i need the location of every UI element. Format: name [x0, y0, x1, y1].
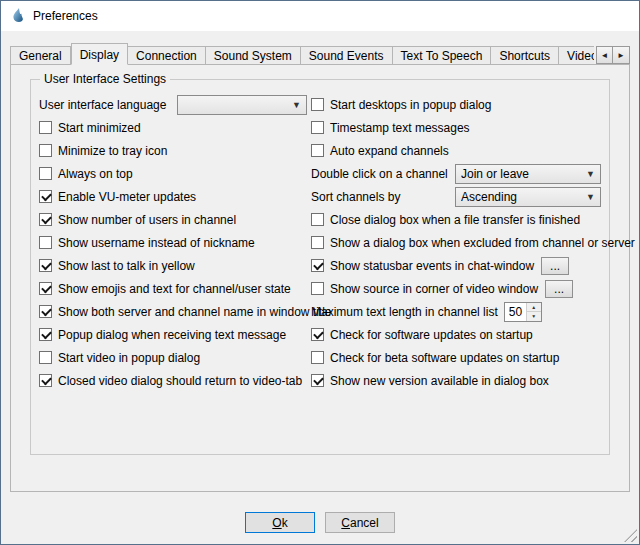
tab-connection[interactable]: Connection [128, 46, 206, 65]
checkbox[interactable] [311, 144, 324, 157]
checkbox[interactable] [311, 282, 324, 295]
tab-scroll-left-icon: ◄ [601, 51, 609, 60]
checkbox-server-channel-in-title[interactable]: Show both server and channel name in win… [39, 300, 311, 323]
ellipsis-label: ... [554, 285, 564, 293]
cancel-button-label: Cancel [334, 516, 386, 530]
checkbox[interactable] [311, 328, 324, 341]
tab-general[interactable]: General [10, 46, 71, 65]
checkbox[interactable] [39, 351, 52, 364]
checkbox-label: Show source in corner of video window [330, 282, 538, 296]
checkbox-label: Show last to talk in yellow [58, 259, 195, 273]
tab-scroll-right-icon: ► [617, 51, 625, 60]
checkbox-minimize-to-tray[interactable]: Minimize to tray icon [39, 139, 311, 162]
checkbox-always-on-top[interactable]: Always on top [39, 162, 311, 185]
checkbox[interactable] [39, 328, 52, 341]
checkbox[interactable] [39, 282, 52, 295]
tab-video[interactable]: Video [559, 46, 594, 65]
checkbox-label: Start video in popup dialog [58, 351, 200, 365]
checkbox-label: Start minimized [58, 121, 141, 135]
checkbox-closed-video-return[interactable]: Closed video dialog should return to vid… [39, 369, 311, 392]
statusbar-events-options-button[interactable]: ... [541, 257, 569, 275]
language-row: User interface language ▼ [39, 93, 311, 116]
checkbox[interactable] [39, 190, 52, 203]
max-text-length-spinner[interactable]: 50 ▲ ▼ [504, 302, 542, 322]
checkbox[interactable] [311, 374, 324, 387]
checkbox-label: Auto expand channels [330, 144, 449, 158]
checkbox-label: Timestamp text messages [330, 121, 470, 135]
checkbox[interactable] [39, 213, 52, 226]
sort-channels-combobox[interactable]: Ascending ▼ [455, 187, 601, 207]
checkbox-label: Closed video dialog should return to vid… [58, 374, 302, 388]
spinner-buttons: ▲ ▼ [526, 303, 541, 321]
checkbox-label: Show username instead of nickname [58, 236, 255, 250]
checkbox[interactable] [39, 305, 52, 318]
checkbox-dialog-when-excluded[interactable]: Show a dialog box when excluded from cha… [311, 231, 601, 254]
ok-button[interactable]: Ok [245, 512, 315, 533]
checkbox-label: Enable VU-meter updates [58, 190, 196, 204]
checkbox[interactable] [311, 236, 324, 249]
tab-sound-system[interactable]: Sound System [206, 46, 301, 65]
double-click-combobox[interactable]: Join or leave ▼ [455, 164, 601, 184]
checkbox[interactable] [39, 144, 52, 157]
checkbox[interactable] [39, 259, 52, 272]
checkbox-show-user-count[interactable]: Show number of users in channel [39, 208, 311, 231]
checkbox-last-to-talk-yellow[interactable]: Show last to talk in yellow [39, 254, 311, 277]
checkbox-timestamp-messages[interactable]: Timestamp text messages [311, 116, 601, 139]
double-click-row: Double click on a channel Join or leave … [311, 162, 601, 185]
max-text-length-row: Maximum text length in channel list 50 ▲… [311, 300, 601, 323]
titlebar[interactable]: Preferences [1, 1, 639, 31]
spin-down-button[interactable]: ▼ [527, 311, 541, 321]
checkbox-show-emojis[interactable]: Show emojis and text for channel/user st… [39, 277, 311, 300]
language-combobox[interactable]: ▼ [177, 95, 307, 115]
checkbox[interactable] [39, 236, 52, 249]
tab-scroll-left-button[interactable]: ◄ [596, 46, 613, 64]
checkbox-show-username[interactable]: Show username instead of nickname [39, 231, 311, 254]
checkbox[interactable] [39, 167, 52, 180]
checkbox[interactable] [311, 213, 324, 226]
checkbox-enable-vu-meter[interactable]: Enable VU-meter updates [39, 185, 311, 208]
checkbox-popup-on-text-message[interactable]: Popup dialog when receiving text message [39, 323, 311, 346]
checkbox-auto-expand-channels[interactable]: Auto expand channels [311, 139, 601, 162]
checkbox-label: Minimize to tray icon [58, 144, 167, 158]
checkbox[interactable] [311, 351, 324, 364]
spin-up-button[interactable]: ▲ [527, 303, 541, 312]
dialog-buttons: Ok Cancel [1, 512, 639, 533]
tab-sound-events[interactable]: Sound Events [301, 46, 393, 65]
dropdown-arrow-icon: ▼ [292, 100, 301, 110]
checkbox-show-new-version[interactable]: Show new version available in dialog box [311, 369, 601, 392]
video-source-row: Show source in corner of video window ..… [311, 277, 601, 300]
tab-display[interactable]: Display [71, 43, 128, 65]
checkbox-label: Show a dialog box when excluded from cha… [330, 236, 635, 250]
checkbox[interactable] [311, 121, 324, 134]
checkbox[interactable] [39, 374, 52, 387]
window-title: Preferences [33, 9, 98, 23]
checkbox-check-updates[interactable]: Check for software updates on startup [311, 323, 601, 346]
checkbox[interactable] [311, 259, 324, 272]
tab-shortcuts[interactable]: Shortcuts [491, 46, 559, 65]
checkbox[interactable] [311, 98, 324, 111]
double-click-value: Join or leave [461, 167, 582, 181]
checkbox-label: Show emojis and text for channel/user st… [58, 282, 291, 296]
group-title: User Interface Settings [40, 72, 170, 86]
tab-text-to-speech[interactable]: Text To Speech [393, 46, 492, 65]
settings-columns: User interface language ▼ Start minimize… [31, 80, 609, 392]
video-source-options-button[interactable]: ... [545, 280, 573, 298]
ellipsis-label: ... [550, 262, 560, 270]
checkbox-label: Popup dialog when receiving text message [58, 328, 286, 342]
checkbox-label: Show statusbar events in chat-window [330, 259, 534, 273]
dropdown-arrow-icon: ▼ [586, 169, 595, 179]
checkbox-check-beta-updates[interactable]: Check for beta software updates on start… [311, 346, 601, 369]
checkbox[interactable] [39, 121, 52, 134]
app-icon [10, 8, 26, 24]
checkbox-label: Always on top [58, 167, 133, 181]
tab-list: General Display Connection Sound System … [10, 43, 594, 65]
double-click-label: Double click on a channel [311, 167, 448, 181]
cancel-button[interactable]: Cancel [325, 512, 395, 533]
checkbox-start-desktops-popup[interactable]: Start desktops in popup dialog [311, 93, 601, 116]
max-text-length-input[interactable]: 50 [505, 303, 526, 321]
tab-scroll-right-button[interactable]: ► [613, 46, 630, 64]
checkbox-close-on-file-transfer[interactable]: Close dialog box when a file transfer is… [311, 208, 601, 231]
checkbox-start-minimized[interactable]: Start minimized [39, 116, 311, 139]
checkbox-start-video-popup[interactable]: Start video in popup dialog [39, 346, 311, 369]
spin-down-icon: ▼ [531, 313, 536, 319]
